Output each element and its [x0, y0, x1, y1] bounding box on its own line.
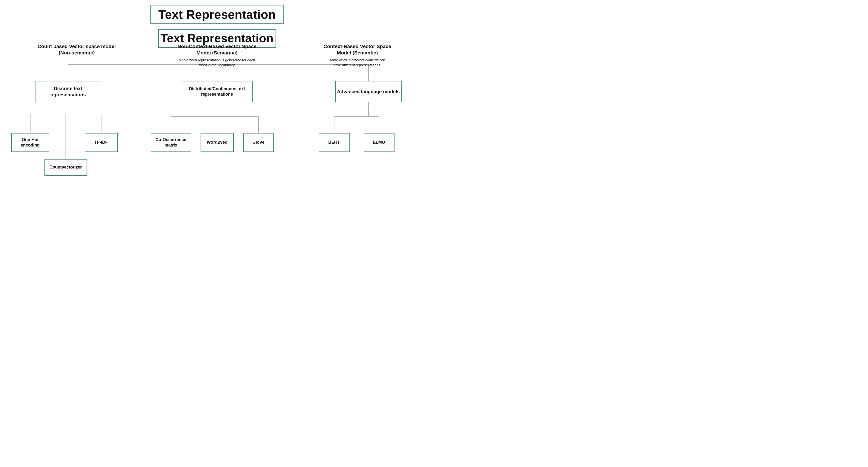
bottom-sub-right: same word in different contexts canhave … — [291, 58, 424, 67]
bottom-title-right: Context-Based Vector SpaceModel (Semanti… — [291, 43, 424, 56]
node-glove: GloVe — [243, 133, 274, 152]
node-elmo: ELMO — [364, 133, 395, 152]
tfidf-label: TF-IDF — [94, 140, 108, 145]
bottom-label-left: Count based Vector space model(Non-seman… — [7, 43, 147, 67]
node-tfidf: TF-IDF — [85, 133, 118, 152]
glove-label: GloVe — [252, 140, 265, 145]
node-word2vec: Word2Vec — [200, 133, 234, 152]
countvec-label: Countvectorizer — [50, 165, 82, 170]
node-cooccurrence: Co-Occurrencematrix — [151, 133, 191, 152]
node-countvec: Countvectorizer — [44, 159, 87, 176]
node-advanced: Advanced language models — [335, 81, 402, 102]
node-distributed: Distributed/Continuous textrepresentatio… — [182, 81, 253, 102]
word2vec-label: Word2Vec — [207, 140, 227, 145]
node-onehot: One-Hotencoding — [11, 133, 49, 152]
bottom-sub-mid: single word representation is generated … — [150, 58, 284, 67]
bottom-label-mid: Non-Context-Based Vector SpaceModel (Sem… — [147, 43, 287, 67]
distributed-label: Distributed/Continuous textrepresentatio… — [189, 86, 245, 97]
discrete-label: Discrete textrepresentations — [50, 85, 86, 98]
bottom-label-right: Context-Based Vector SpaceModel (Semanti… — [287, 43, 427, 67]
onehot-label: One-Hotencoding — [21, 137, 40, 148]
bottom-title-mid: Non-Context-Based Vector SpaceModel (Sem… — [150, 43, 284, 56]
elmo-label: ELMO — [373, 140, 385, 145]
page-title: Text Representation — [150, 5, 283, 24]
node-discrete: Discrete textrepresentations — [35, 81, 101, 102]
node-bert: BERT — [319, 133, 349, 152]
bert-label: BERT — [328, 140, 340, 145]
advanced-label: Advanced language models — [337, 89, 400, 95]
bottom-title-left: Count based Vector space model(Non-seman… — [10, 43, 143, 56]
cooccurrence-label: Co-Occurrencematrix — [155, 137, 186, 148]
